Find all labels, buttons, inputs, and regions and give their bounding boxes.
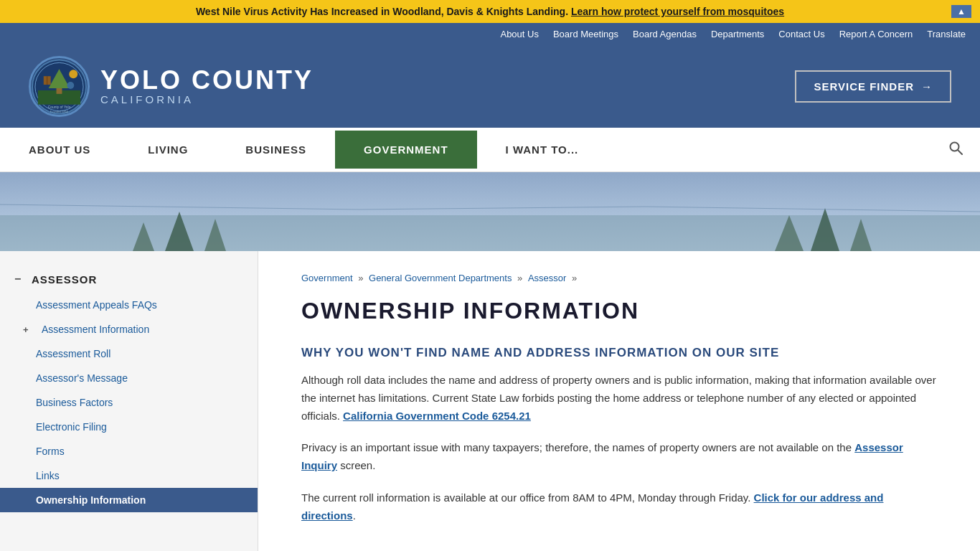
alert-collapse-button[interactable]: ▲	[951, 5, 971, 18]
breadcrumb-separator-2: »	[517, 273, 525, 283]
para2-text-after: screen.	[337, 459, 375, 471]
nav-business[interactable]: BUSINESS	[217, 131, 335, 169]
svg-text:Founded 1850: Founded 1850	[50, 109, 69, 113]
site-title: YOLO COUNTY CALIFORNIA	[100, 67, 314, 105]
svg-point-8	[67, 82, 74, 89]
breadcrumb-separator-1: »	[358, 273, 366, 283]
page-title: OWNERSHIP INFORMATION	[301, 298, 937, 324]
sidebar-item-electronic-filing[interactable]: Electronic Filing	[0, 415, 258, 439]
sidebar-item-assessors-message[interactable]: Assessor's Message	[0, 366, 258, 390]
svg-text:County of Yolo: County of Yolo	[48, 105, 71, 108]
svg-rect-4	[57, 88, 62, 93]
top-nav-board-meetings[interactable]: Board Meetings	[553, 29, 618, 39]
top-nav-translate[interactable]: Translate	[927, 29, 966, 39]
service-finder-button[interactable]: SERVICE FINDER →	[795, 70, 951, 103]
sidebar-item-business-factors[interactable]: Business Factors	[0, 390, 258, 415]
sidebar-item-assessment-appeals[interactable]: Assessment Appeals FAQs	[0, 293, 258, 317]
alert-link[interactable]: Learn how protect yourself from mosquito…	[571, 6, 784, 17]
sidebar-item-assessment-information[interactable]: + Assessment Information	[0, 317, 258, 342]
sidebar-item-forms[interactable]: Forms	[0, 439, 258, 463]
svg-line-12	[958, 150, 962, 154]
nav-i-want-to[interactable]: I WANT TO...	[477, 131, 608, 169]
breadcrumb-general-government[interactable]: General Government Departments	[369, 273, 512, 283]
alert-text: West Nile Virus Activity Has Increased i…	[196, 6, 568, 17]
sidebar: − ASSESSOR Assessment Appeals FAQs + Ass…	[0, 251, 258, 551]
county-name: YOLO COUNTY	[100, 67, 314, 93]
site-header: County of Yolo Founded 1850 YOLO COUNTY …	[0, 45, 980, 128]
county-seal: County of Yolo Founded 1850	[29, 56, 90, 117]
content-paragraph-1: Although roll data includes the name and…	[301, 372, 937, 425]
sidebar-collapse-icon[interactable]: −	[14, 273, 26, 286]
section-heading-1: WHY YOU WON'T FIND NAME AND ADDRESS INFO…	[301, 346, 937, 360]
california-code-link[interactable]: California Government Code 6254.21	[343, 410, 531, 422]
breadcrumb-separator-3: »	[572, 273, 577, 283]
nav-government[interactable]: GOVERNMENT	[335, 131, 477, 169]
breadcrumb-assessor[interactable]: Assessor	[528, 273, 566, 283]
breadcrumb: Government » General Government Departme…	[301, 273, 937, 283]
para2-text-before: Privacy is an important issue with many …	[301, 441, 854, 453]
para3-text-before: The current roll information is availabl…	[301, 491, 754, 504]
sidebar-item-assessment-roll[interactable]: Assessment Roll	[0, 342, 258, 366]
main-content: Government » General Government Departme…	[258, 251, 980, 551]
alert-bar: West Nile Virus Activity Has Increased i…	[0, 0, 980, 23]
svg-point-5	[69, 70, 77, 78]
sidebar-title-label: ASSESSOR	[32, 273, 97, 286]
content-wrap: − ASSESSOR Assessment Appeals FAQs + Ass…	[0, 251, 980, 551]
content-paragraph-2: Privacy is an important issue with many …	[301, 439, 937, 475]
hero-image	[0, 172, 980, 251]
nav-living[interactable]: LIVING	[119, 131, 217, 169]
top-nav-report-concern[interactable]: Report A Concern	[839, 29, 913, 39]
state-name: CALIFORNIA	[100, 93, 314, 105]
sidebar-section-title: − ASSESSOR	[0, 265, 258, 293]
top-navigation: About Us Board Meetings Board Agendas De…	[0, 23, 980, 45]
top-nav-departments[interactable]: Departments	[711, 29, 764, 39]
breadcrumb-government[interactable]: Government	[301, 273, 353, 283]
sidebar-item-links[interactable]: Links	[0, 463, 258, 488]
nav-about-us[interactable]: ABOUT US	[0, 131, 119, 169]
content-paragraph-3: The current roll information is availabl…	[301, 489, 937, 525]
main-navigation: ABOUT US LIVING BUSINESS GOVERNMENT I WA…	[0, 128, 980, 172]
arrow-right-icon: →	[921, 80, 933, 93]
logo-area: County of Yolo Founded 1850 YOLO COUNTY …	[29, 56, 314, 117]
sidebar-item-ownership-information[interactable]: Ownership Information	[0, 488, 258, 512]
para3-text-after: .	[353, 509, 356, 522]
search-button[interactable]	[931, 128, 980, 171]
top-nav-board-agendas[interactable]: Board Agendas	[633, 29, 697, 39]
expand-icon: +	[23, 324, 33, 335]
top-nav-contact-us[interactable]: Contact Us	[778, 29, 824, 39]
top-nav-about-us[interactable]: About Us	[500, 29, 538, 39]
